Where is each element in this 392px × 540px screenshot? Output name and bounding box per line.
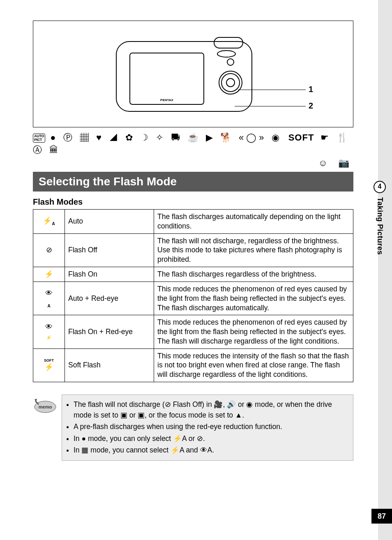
mode-desc: The flash will not discharge, regardless… (154, 233, 353, 267)
mode-icon-row: AUTOPICT ● Ⓟ ▦ ♥ ◢ ✿ ☽ ✧ ⛟ ☕ ▶ 🐕 «◯» ◉ S… (33, 132, 353, 156)
callout-1: 1 (309, 85, 313, 94)
chapter-number: 4 (374, 181, 386, 193)
table-row: 👁A Auto + Red-eye This mode reduces the … (33, 282, 353, 315)
mode-icon: SOFT⚡ (33, 348, 65, 382)
mode-name: Auto (65, 210, 154, 234)
mode-name: Auto + Red-eye (65, 282, 154, 315)
flash-modes-table: ⚡A Auto The flash discharges automatical… (33, 209, 353, 382)
svg-rect-0 (116, 42, 252, 111)
callout-line-2 (235, 106, 306, 106)
memo-item: The flash will not discharge (⊘ Flash Of… (74, 399, 348, 421)
table-row: ⊘ Flash Off The flash will not discharge… (33, 233, 353, 267)
table-row: 👁⚡ Flash On + Red-eye This mode reduces … (33, 315, 353, 348)
soft-word: SOFT (288, 132, 314, 143)
mode-name: Flash Off (65, 233, 154, 267)
svg-rect-1 (130, 53, 204, 104)
table-row: ⚡ Flash On The flash discharges regardle… (33, 267, 353, 282)
page-number: 87 (371, 509, 392, 524)
mode-desc: The flash discharges regardless of the b… (154, 267, 353, 282)
svg-text:memo: memo (39, 404, 52, 409)
mode-desc: This mode reduces the phenomenon of red … (154, 315, 353, 348)
svg-rect-5 (221, 74, 240, 92)
svg-point-7 (217, 51, 235, 57)
mode-icon-row-2: ☺ 📷 (33, 158, 353, 168)
memo-section: memo The flash will not discharge (⊘ Fla… (33, 395, 353, 461)
mode-desc: This mode reduces the intensity of the f… (154, 348, 353, 382)
table-row: ⚡A Auto The flash discharges automatical… (33, 210, 353, 234)
right-margin-strip (378, 0, 392, 540)
memo-icon: memo (33, 395, 62, 461)
mode-desc: The flash discharges automatically depen… (154, 210, 353, 234)
memo-item: In ▦ mode, you cannot select ⚡A and 👁A. (74, 445, 348, 455)
mode-name: Soft Flash (65, 348, 154, 382)
mode-name: Flash On (65, 267, 154, 282)
section-heading: Selecting the Flash Mode (33, 172, 353, 192)
svg-text:PENTAX: PENTAX (160, 98, 174, 102)
mode-icon: ⊘ (33, 233, 65, 267)
subheading: Flash Modes (33, 197, 337, 207)
mode-name: Flash On + Red-eye (65, 315, 154, 348)
mode-icon: 👁⚡ (33, 315, 65, 348)
svg-point-6 (227, 59, 234, 65)
chapter-tab: 4 Taking Pictures (367, 181, 392, 256)
mode-desc: This mode reduces the phenomenon of red … (154, 282, 353, 315)
svg-point-4 (226, 78, 235, 87)
memo-item: In ● mode, you can only select ⚡A or ⊘. (74, 433, 348, 444)
auto-pict-icon: AUTOPICT (33, 134, 45, 143)
svg-point-3 (219, 71, 242, 94)
camera-diagram: PENTAX 1 2 (33, 21, 353, 127)
memo-box: The flash will not discharge (⊘ Flash Of… (62, 395, 353, 461)
mode-icon: ⚡A (33, 210, 65, 234)
memo-item: A pre-flash discharges when using the re… (74, 421, 348, 432)
table-row: SOFT⚡ Soft Flash This mode reduces the i… (33, 348, 353, 382)
mode-icon: 👁A (33, 282, 65, 315)
callout-2: 2 (309, 101, 313, 111)
mode-icon: ⚡ (33, 267, 65, 282)
svg-rect-2 (214, 37, 243, 48)
camera-illustration: PENTAX (115, 33, 259, 115)
callout-line-1 (238, 90, 306, 90)
chapter-title: Taking Pictures (376, 197, 384, 255)
